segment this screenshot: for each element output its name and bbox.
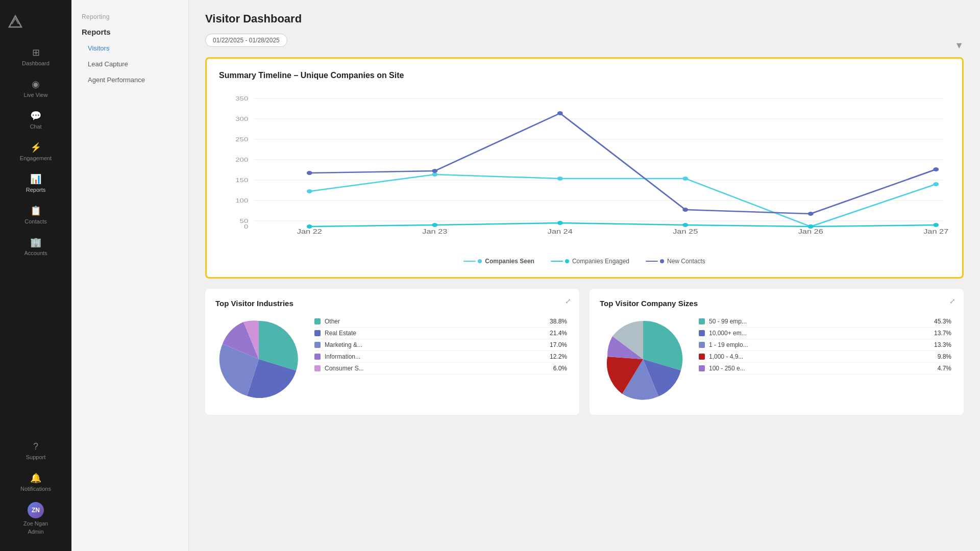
left-nav: ⊞ Dashboard ◉ Live View 💬 Chat ⚡ Engagem… xyxy=(0,0,71,551)
industries-legend-scroll[interactable]: Other 38.8% Real Estate 21.4% xyxy=(314,316,569,374)
legend-new-contacts: New Contacts xyxy=(646,258,705,265)
pie-section-sizes: 50 - 99 emp... 45.3% 10,000+ em... 13.7% xyxy=(600,316,953,405)
svg-point-22 xyxy=(432,172,437,177)
svg-text:Jan 25: Jan 25 xyxy=(673,228,698,235)
legend-dot xyxy=(314,342,321,348)
legend-dot xyxy=(314,354,321,360)
sidebar-item-live-view[interactable]: ◉ Live View xyxy=(0,72,71,104)
sidebar-item-reports[interactable]: 📊 Reports xyxy=(0,167,71,199)
legend-item-marketing: Marketing &... 17.0% xyxy=(314,339,567,351)
legend-pct: 13.3% xyxy=(932,341,951,348)
companies-engaged-line xyxy=(551,261,563,262)
svg-point-21 xyxy=(307,189,312,193)
industries-pie xyxy=(215,316,302,405)
expand-icon-sizes[interactable]: ⤢ xyxy=(949,297,955,305)
legend-item-real-estate: Real Estate 21.4% xyxy=(314,328,567,339)
sidebar-item-label: Chat xyxy=(30,123,41,130)
companies-seen-label: Companies Seen xyxy=(485,258,534,265)
sub-nav-item-visitors[interactable]: Visitors xyxy=(71,40,188,56)
legend-item-other: Other 38.8% xyxy=(314,316,567,328)
logo[interactable] xyxy=(0,8,71,41)
sizes-legend-scroll[interactable]: 50 - 99 emp... 45.3% 10,000+ em... 13.7% xyxy=(699,316,953,374)
svg-text:0: 0 xyxy=(244,223,248,230)
top-industries-card: Top Visitor Industries ⤢ xyxy=(205,289,579,415)
sidebar-item-label: Contacts xyxy=(24,218,46,224)
svg-point-27 xyxy=(307,224,312,229)
sub-nav-item-lead-capture[interactable]: Lead Capture xyxy=(71,56,188,72)
sidebar-item-engagement[interactable]: ⚡ Engagement xyxy=(0,136,71,167)
svg-text:300: 300 xyxy=(235,116,248,122)
svg-text:Jan 26: Jan 26 xyxy=(798,228,823,235)
main-content: Visitor Dashboard 01/22/2025 - 01/28/202… xyxy=(189,0,980,551)
legend-dot xyxy=(314,365,321,371)
date-range-label: 01/22/2025 - 01/28/2025 xyxy=(213,37,280,44)
filter-icon[interactable]: ▼ xyxy=(954,40,964,51)
sidebar-item-chat[interactable]: 💬 Chat xyxy=(0,104,71,136)
legend-item-100-250: 100 - 250 e... 4.7% xyxy=(699,363,951,374)
legend-pct: 45.3% xyxy=(932,318,951,325)
legend-label: 100 - 250 e... xyxy=(709,365,745,372)
legend-item-consumer: Consumer S... 6.0% xyxy=(314,363,567,374)
svg-text:100: 100 xyxy=(235,197,248,204)
support-icon: ? xyxy=(33,441,38,452)
legend-dot xyxy=(699,318,705,324)
sub-nav-header: Reports xyxy=(71,23,188,40)
legend-dot xyxy=(699,342,705,348)
new-contacts-line xyxy=(646,261,658,262)
sidebar-item-label: Accounts xyxy=(24,250,47,256)
svg-point-30 xyxy=(682,223,688,227)
user-role: Admin xyxy=(28,529,43,535)
legend-label: 1 - 19 emplo... xyxy=(709,341,748,348)
companies-seen-dot xyxy=(478,259,482,263)
top-industries-title: Top Visitor Industries xyxy=(215,299,569,308)
svg-point-32 xyxy=(933,223,939,227)
sidebar-item-label: Live View xyxy=(24,92,48,98)
sidebar-item-support[interactable]: ? Support xyxy=(0,435,71,466)
contacts-icon: 📋 xyxy=(30,205,41,216)
legend-pct: 13.7% xyxy=(932,330,951,337)
sub-nav: Reporting Reports Visitors Lead Capture … xyxy=(71,0,189,551)
svg-point-29 xyxy=(557,221,563,225)
notifications-icon: 🔔 xyxy=(30,472,41,484)
legend-pct: 4.7% xyxy=(932,365,951,372)
sub-nav-section-label: Reporting xyxy=(71,10,188,23)
legend-dot xyxy=(314,330,321,336)
companies-seen-line xyxy=(463,261,476,262)
sidebar-item-label: Support xyxy=(26,454,46,460)
legend-item-1-19: 1 - 19 emplo... 13.3% xyxy=(699,339,951,351)
top-company-sizes-title: Top Visitor Company Sizes xyxy=(600,299,953,308)
sidebar-item-notifications[interactable]: 🔔 Notifications xyxy=(0,466,71,498)
sidebar-item-accounts[interactable]: 🏢 Accounts xyxy=(0,231,71,262)
expand-icon[interactable]: ⤢ xyxy=(565,297,571,305)
legend-label: 50 - 99 emp... xyxy=(709,318,747,325)
sidebar-item-label: Notifications xyxy=(20,486,51,492)
svg-text:Jan 27: Jan 27 xyxy=(923,228,948,235)
legend-companies-engaged: Companies Engaged xyxy=(551,258,629,265)
user-profile[interactable]: ZN Zoe Ngan Admin xyxy=(0,498,71,539)
svg-text:150: 150 xyxy=(235,177,248,184)
svg-point-31 xyxy=(808,224,814,229)
sidebar-item-dashboard[interactable]: ⊞ Dashboard xyxy=(0,41,71,72)
chart-legend: Companies Seen Companies Engaged New Con… xyxy=(219,258,950,265)
legend-label: 1,000 - 4,9... xyxy=(709,353,743,360)
svg-text:200: 200 xyxy=(235,157,248,163)
legend-pct: 9.8% xyxy=(932,353,951,360)
companies-engaged-label: Companies Engaged xyxy=(572,258,629,265)
companies-engaged-dot xyxy=(565,259,569,263)
sub-nav-item-agent-performance[interactable]: Agent Performance xyxy=(71,72,188,88)
chart-container: 350 300 250 200 150 100 50 0 Jan 22 Jan … xyxy=(219,88,950,252)
svg-text:Jan 24: Jan 24 xyxy=(548,228,573,235)
sizes-legend: 50 - 99 emp... 45.3% 10,000+ em... 13.7% xyxy=(699,316,953,374)
legend-pct: 21.4% xyxy=(548,330,567,337)
svg-point-26 xyxy=(933,182,939,186)
date-range-button[interactable]: 01/22/2025 - 01/28/2025 xyxy=(205,34,287,47)
svg-text:Jan 23: Jan 23 xyxy=(422,228,447,235)
industries-legend: Other 38.8% Real Estate 21.4% xyxy=(314,316,569,374)
reports-icon: 📊 xyxy=(30,173,41,185)
legend-pct: 38.8% xyxy=(548,318,567,325)
legend-label: Marketing &... xyxy=(325,341,362,348)
line-chart-svg: 350 300 250 200 150 100 50 0 Jan 22 Jan … xyxy=(219,88,950,236)
legend-label: Other xyxy=(325,318,340,325)
legend-label: Consumer S... xyxy=(325,365,364,372)
sidebar-item-contacts[interactable]: 📋 Contacts xyxy=(0,199,71,231)
